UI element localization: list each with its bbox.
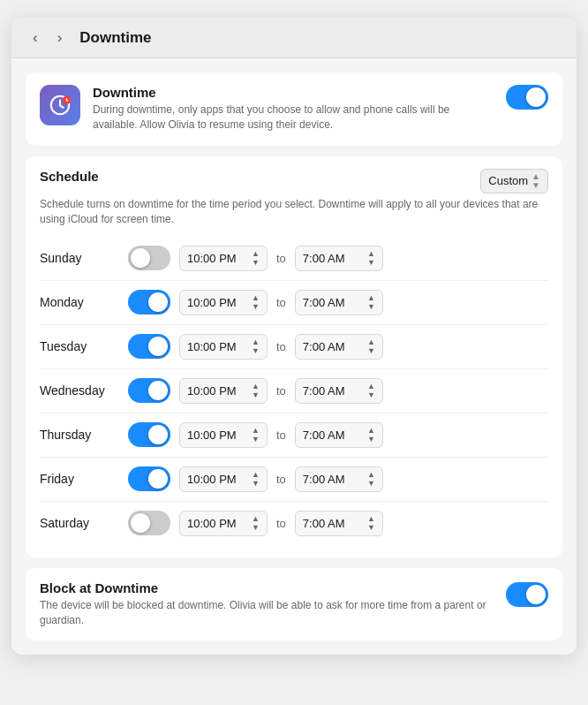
- to-steppers: ▲ ▼: [367, 383, 375, 399]
- to-down-stepper[interactable]: ▼: [367, 347, 375, 355]
- from-time-monday[interactable]: 10:00 PM ▲ ▼: [179, 290, 268, 315]
- from-down-stepper[interactable]: ▼: [252, 347, 260, 355]
- page-title: Downtime: [79, 29, 151, 47]
- day-row-sunday: Sunday 10:00 PM ▲ ▼ to 7:00 AM ▲ ▼: [40, 237, 548, 280]
- to-steppers: ▲ ▼: [367, 427, 375, 443]
- to-label: to: [276, 428, 286, 442]
- from-up-stepper[interactable]: ▲: [252, 471, 260, 479]
- to-time-thursday[interactable]: 7:00 AM ▲ ▼: [295, 422, 383, 448]
- to-down-stepper[interactable]: ▼: [367, 303, 375, 311]
- from-time-value: 10:00 PM: [187, 384, 248, 398]
- day-toggle-thumb: [148, 469, 168, 489]
- to-time-friday[interactable]: 7:00 AM ▲ ▼: [295, 466, 383, 492]
- from-time-tuesday[interactable]: 10:00 PM ▲ ▼: [179, 334, 268, 360]
- to-up-stepper[interactable]: ▲: [367, 338, 375, 346]
- to-up-stepper[interactable]: ▲: [367, 427, 375, 435]
- from-up-stepper[interactable]: ▲: [252, 427, 260, 435]
- to-time-value: 7:00 AM: [303, 473, 364, 486]
- day-toggle-wednesday[interactable]: [128, 378, 170, 403]
- day-row-saturday: Saturday 10:00 PM ▲ ▼ to 7:00 AM ▲ ▼: [40, 501, 548, 545]
- day-label-thursday: Thursday: [40, 428, 119, 442]
- header-bar: ‹ › Downtime: [11, 18, 577, 58]
- to-down-stepper[interactable]: ▼: [367, 436, 375, 443]
- back-button[interactable]: ‹: [27, 28, 43, 47]
- schedule-section: Schedule Custom ▲ ▼ Schedule turns on do…: [26, 156, 562, 557]
- block-toggle-thumb: [526, 585, 546, 604]
- from-time-value: 10:00 PM: [187, 473, 248, 486]
- from-time-value: 10:00 PM: [187, 428, 248, 442]
- to-label: to: [276, 517, 286, 530]
- to-steppers: ▲ ▼: [367, 338, 375, 355]
- to-time-value: 7:00 AM: [303, 296, 364, 309]
- from-down-stepper[interactable]: ▼: [252, 524, 260, 532]
- day-toggle-thumb: [131, 513, 150, 533]
- to-time-tuesday[interactable]: 7:00 AM ▲ ▼: [295, 334, 383, 360]
- to-time-value: 7:00 AM: [303, 384, 364, 398]
- schedule-mode-label: Custom: [488, 174, 528, 187]
- from-up-stepper[interactable]: ▲: [252, 515, 260, 523]
- to-down-stepper[interactable]: ▼: [367, 480, 375, 488]
- day-row-thursday: Thursday 10:00 PM ▲ ▼ to 7:00 AM ▲ ▼: [40, 413, 548, 457]
- to-up-stepper[interactable]: ▲: [367, 294, 375, 302]
- to-label: to: [276, 252, 286, 265]
- to-label: to: [276, 384, 286, 398]
- to-time-wednesday[interactable]: 7:00 AM ▲ ▼: [295, 378, 383, 404]
- to-up-stepper[interactable]: ▲: [367, 250, 375, 258]
- day-toggle-thursday[interactable]: [128, 422, 170, 447]
- to-up-stepper[interactable]: ▲: [367, 383, 375, 390]
- to-label: to: [276, 296, 286, 309]
- to-time-monday[interactable]: 7:00 AM ▲ ▼: [295, 290, 383, 315]
- downtime-toggle-thumb: [526, 87, 546, 107]
- from-time-friday[interactable]: 10:00 PM ▲ ▼: [179, 466, 268, 492]
- to-label: to: [276, 473, 286, 486]
- day-rows: Sunday 10:00 PM ▲ ▼ to 7:00 AM ▲ ▼: [40, 237, 548, 545]
- downtime-toggle[interactable]: [506, 85, 548, 110]
- to-time-saturday[interactable]: 7:00 AM ▲ ▼: [295, 511, 383, 536]
- main-window: ‹ › Downtime Downtime During downtime, o…: [11, 18, 577, 655]
- clock-icon: [49, 94, 72, 117]
- to-steppers: ▲ ▼: [367, 471, 375, 488]
- from-time-saturday[interactable]: 10:00 PM ▲ ▼: [179, 511, 268, 536]
- block-toggle[interactable]: [506, 582, 548, 607]
- to-down-stepper[interactable]: ▼: [367, 391, 375, 399]
- to-down-stepper[interactable]: ▼: [367, 524, 375, 532]
- day-toggle-tuesday[interactable]: [128, 334, 170, 359]
- from-up-stepper[interactable]: ▲: [252, 338, 260, 346]
- day-toggle-thumb: [148, 425, 168, 444]
- from-steppers: ▲ ▼: [252, 515, 260, 532]
- from-down-stepper[interactable]: ▼: [252, 480, 260, 488]
- to-up-stepper[interactable]: ▲: [367, 515, 375, 523]
- to-time-value: 7:00 AM: [303, 340, 364, 353]
- from-time-value: 10:00 PM: [187, 340, 248, 353]
- day-toggle-thumb: [148, 337, 168, 356]
- day-toggle-saturday[interactable]: [128, 511, 170, 535]
- from-down-stepper[interactable]: ▼: [252, 391, 260, 399]
- from-time-sunday[interactable]: 10:00 PM ▲ ▼: [179, 246, 268, 271]
- from-up-stepper[interactable]: ▲: [252, 250, 260, 258]
- to-time-value: 7:00 AM: [303, 428, 364, 442]
- block-title: Block at Downtime: [40, 580, 497, 595]
- schedule-mode-select[interactable]: Custom ▲ ▼: [480, 169, 548, 193]
- from-time-thursday[interactable]: 10:00 PM ▲ ▼: [179, 422, 268, 448]
- from-down-stepper[interactable]: ▼: [252, 303, 260, 311]
- from-down-stepper[interactable]: ▼: [252, 436, 260, 443]
- forward-button[interactable]: ›: [52, 28, 68, 47]
- from-time-wednesday[interactable]: 10:00 PM ▲ ▼: [179, 378, 268, 404]
- to-time-sunday[interactable]: 7:00 AM ▲ ▼: [295, 246, 383, 271]
- to-steppers: ▲ ▼: [367, 515, 375, 532]
- to-down-stepper[interactable]: ▼: [367, 259, 375, 267]
- from-steppers: ▲ ▼: [252, 250, 260, 267]
- from-steppers: ▲ ▼: [252, 471, 260, 488]
- downtime-toggle-area: [506, 85, 548, 110]
- from-up-stepper[interactable]: ▲: [252, 383, 260, 390]
- day-toggle-friday[interactable]: [128, 466, 170, 491]
- schedule-description: Schedule turns on downtime for the time …: [40, 197, 548, 228]
- day-toggle-monday[interactable]: [128, 290, 170, 315]
- from-down-stepper[interactable]: ▼: [252, 259, 260, 267]
- downtime-card: Downtime During downtime, only apps that…: [26, 72, 562, 146]
- day-row-wednesday: Wednesday 10:00 PM ▲ ▼ to 7:00 AM ▲ ▼: [40, 368, 548, 413]
- chevron-down-icon: ▼: [531, 181, 540, 190]
- day-toggle-sunday[interactable]: [128, 246, 170, 270]
- from-up-stepper[interactable]: ▲: [252, 294, 260, 302]
- to-up-stepper[interactable]: ▲: [367, 471, 375, 479]
